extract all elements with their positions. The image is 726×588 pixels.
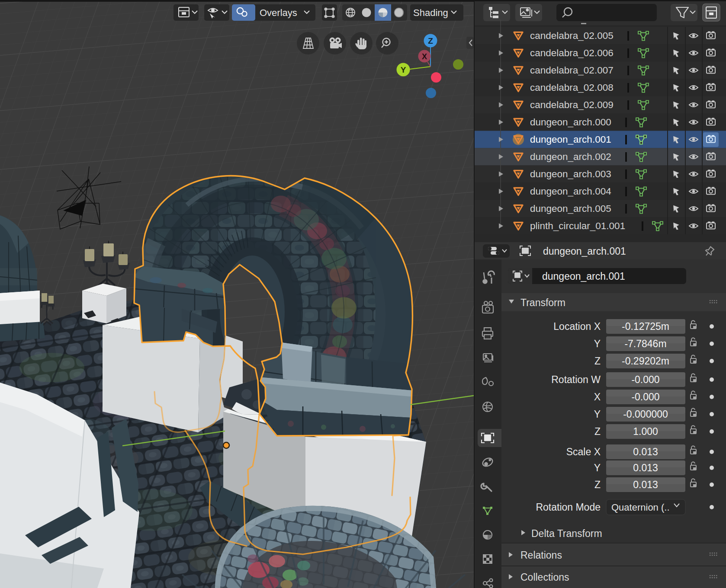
svg-text:dungeon_arch.001: dungeon_arch.001 [530,134,611,145]
svg-text:candelabra_02.005: candelabra_02.005 [530,30,614,41]
svg-text:dungeon_arch.000: dungeon_arch.000 [530,117,611,128]
svg-text:Z: Z [594,355,601,367]
svg-text:Location X: Location X [553,321,601,332]
svg-text:X: X [594,391,601,403]
svg-text:candelabra_02.007: candelabra_02.007 [530,65,614,76]
svg-text:Y: Y [594,462,601,473]
svg-text:Rotation Mode: Rotation Mode [536,502,601,513]
svg-text:Rotation W: Rotation W [551,374,601,385]
svg-text:Y: Y [401,65,406,74]
svg-text:Y: Y [594,338,601,349]
svg-text:dungeon_arch.002: dungeon_arch.002 [530,151,611,162]
svg-text:Scale X: Scale X [566,446,601,457]
svg-text:-7.7846m: -7.7846m [624,338,666,349]
svg-text:dungeon_arch.005: dungeon_arch.005 [530,203,611,214]
svg-text:dungeon_arch.004: dungeon_arch.004 [530,186,611,197]
svg-text:plinth_circular_01.001: plinth_circular_01.001 [530,220,625,231]
svg-text:Overlays: Overlays [260,7,297,18]
svg-text:Z: Z [428,36,433,45]
svg-text:0.013: 0.013 [633,446,658,457]
svg-text:Z: Z [594,479,601,490]
svg-text:0.013: 0.013 [633,462,658,473]
svg-text:candelabra_02.009: candelabra_02.009 [530,99,614,110]
svg-text:-0.000000: -0.000000 [623,409,668,420]
svg-text:Relations: Relations [520,550,562,561]
svg-text:1.000: 1.000 [633,426,658,437]
svg-text:dungeon_arch.001: dungeon_arch.001 [543,246,626,257]
svg-text:candelabra_02.008: candelabra_02.008 [530,82,614,93]
svg-text:Shading: Shading [413,7,448,18]
svg-text:-0.000: -0.000 [631,391,659,403]
svg-text:-0.000: -0.000 [631,374,659,385]
svg-text:candelabra_02.006: candelabra_02.006 [530,48,614,58]
svg-text:X: X [422,52,427,61]
svg-text:dungeon_arch.001: dungeon_arch.001 [542,271,625,282]
svg-text:Y: Y [594,409,601,420]
svg-text:Transform: Transform [520,297,565,308]
svg-text:-0.29202m: -0.29202m [622,355,669,367]
svg-text:Delta Transform: Delta Transform [531,528,602,539]
svg-text:Z: Z [594,426,601,437]
svg-text:0.013: 0.013 [633,479,658,490]
svg-text:Collections: Collections [520,572,569,583]
svg-text:-0.12725m: -0.12725m [622,321,669,332]
svg-text:Quaternion (..: Quaternion (.. [611,502,670,513]
svg-text:dungeon_arch.003: dungeon_arch.003 [530,169,611,179]
